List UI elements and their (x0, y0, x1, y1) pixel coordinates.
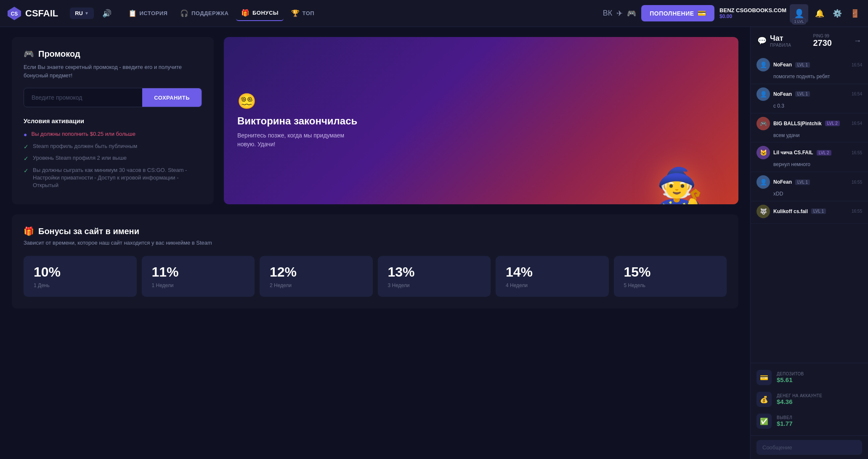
user-info: BENZ CSGOBOOKS.COM $0.00 (719, 7, 786, 19)
deposit-icon: 💳 (698, 9, 706, 17)
nav-bonuses[interactable]: 🎁 БОНУСЫ (236, 5, 284, 21)
stat-row-withdrawal: ✅ ВЫВЕЛ $1.77 (751, 410, 868, 432)
chat-message-6: 🐺 Kulikoff cs.fail LVL 1 16:55 (751, 201, 868, 224)
chat-avatar-6: 🐺 (757, 205, 770, 218)
logout-button[interactable]: 🚪 (849, 7, 861, 20)
chat-message-input[interactable] (757, 440, 862, 455)
quiz-icon: 😵‍💫 (237, 92, 357, 110)
chat-lvl-3: LVL 2 (825, 121, 840, 126)
account-value: $4.36 (777, 398, 822, 405)
chat-time-6: 16:55 (852, 209, 862, 214)
telegram-icon[interactable]: ✈ (616, 9, 623, 18)
chat-online-area: PING 99 2730 (813, 34, 832, 48)
bonus-percent-4: 13% (388, 264, 481, 280)
chat-expand-button[interactable]: → (854, 37, 861, 45)
bonus-cards: 10% 1 День 11% 1 Недели 12% 2 Недели 13%… (24, 256, 727, 297)
chat-username-3: BIG BALLS|Pintchik (773, 121, 822, 127)
bonus-card-2: 11% 1 Недели (142, 256, 255, 297)
chat-msg-header-1: 👤 NoFean LVL 1 16:54 (757, 58, 862, 71)
header-right: ВК ✈ 🎮 ПОПОЛНЕНИЕ 💳 BENZ CSGOBOOKS.COM $… (603, 4, 861, 23)
bonus-period-3: 2 Недели (270, 282, 363, 288)
stat-deposits-info: ДЕПОЗИТОВ $5.61 (777, 372, 804, 383)
bonus-period-2: 1 Недели (152, 282, 245, 288)
stat-withdrawal-info: ВЫВЕЛ $1.77 (777, 415, 793, 427)
top-icon: 🏆 (291, 9, 300, 17)
chat-time-2: 16:54 (852, 92, 862, 96)
chat-message-2: 👤 NoFean LVL 1 16:54 с 0.3 (751, 84, 868, 113)
support-icon: 🎧 (180, 9, 189, 17)
promo-input[interactable] (24, 88, 142, 107)
chat-username-1: NoFean (773, 62, 792, 68)
chat-time-4: 16:55 (852, 150, 862, 155)
user-section: BENZ CSGOBOOKS.COM $0.00 👤 1 LVL (719, 4, 808, 23)
chat-lvl-2: LVL 1 (795, 91, 810, 97)
logo[interactable]: CS CSFAIL (7, 6, 58, 21)
nav-history[interactable]: 📋 ИСТОРИЯ (123, 6, 173, 21)
bonus-period-4: 3 Недели (388, 282, 481, 288)
chat-lvl-5: LVL 1 (795, 179, 810, 185)
condition-check-icon-1: ✓ (24, 143, 29, 151)
stat-row-account: 💰 ДЕНЕГ НА АККАУНТЕ $4.36 (751, 388, 868, 410)
withdrawal-label: ВЫВЕЛ (777, 415, 793, 420)
main-layout: 🎮 Промокод Если Вы знаете секретный пром… (0, 27, 868, 459)
logo-icon: CS (7, 6, 22, 21)
bonus-period-6: 5 Недель (624, 282, 717, 288)
withdrawal-value: $1.77 (777, 420, 793, 427)
level-badge: 1 LVL (792, 18, 806, 24)
bonus-percent-6: 15% (624, 264, 717, 280)
chat-text-1: помогите поднять ребят (757, 73, 862, 80)
condition-item-1: ● Вы должны пополнить $0.25 или больше (24, 130, 202, 139)
chat-message-5: 👤 NoFean LVL 1 16:55 xDD (751, 172, 868, 201)
header: CS CSFAIL RU ▼ 🔊 📋 ИСТОРИЯ 🎧 ПОДДЕРЖКА 🎁… (0, 0, 868, 27)
quiz-content: 😵‍💫 Викторина закончилась Вернитесь позж… (237, 92, 357, 149)
settings-button[interactable]: ⚙️ (831, 7, 844, 20)
vk-icon[interactable]: ВК (603, 9, 613, 18)
ping-label: PING 99 (813, 34, 832, 38)
chat-title-area: 💬 Чат ПРАВИЛА (757, 34, 791, 47)
chat-rules-label[interactable]: ПРАВИЛА (770, 43, 791, 47)
stat-row-deposits: 💳 ДЕПОЗИТОВ $5.61 (751, 367, 868, 388)
chat-sidebar: 💬 Чат ПРАВИЛА PING 99 2730 → 👤 NoFean LV… (750, 27, 868, 459)
condition-item-2: ✓ Steam профиль должен быть публичным (24, 142, 202, 151)
bonus-period-5: 4 Недели (506, 282, 599, 288)
quiz-character-scene: 🧙 (621, 37, 738, 204)
nav-support[interactable]: 🎧 ПОДДЕРЖКА (175, 6, 234, 21)
svg-text:CS: CS (11, 11, 18, 17)
bonuses-icon: 🎁 (241, 9, 250, 17)
chat-text-5: xDD (757, 190, 862, 198)
promo-card: 🎮 Промокод Если Вы знаете секретный пром… (12, 37, 214, 204)
quiz-card: 😵‍💫 Викторина закончилась Вернитесь позж… (224, 37, 738, 204)
chat-text-3: всем удачи (757, 132, 862, 139)
promo-icon: 🎮 (24, 49, 34, 59)
bonuses-icon: 🎁 (24, 226, 34, 236)
nav-top[interactable]: 🏆 ТОП (286, 6, 319, 21)
online-count: 2730 (813, 38, 832, 48)
deposit-button[interactable]: ПОПОЛНЕНИЕ 💳 (641, 5, 714, 21)
bonuses-title: 🎁 Бонусы за сайт в имени (24, 226, 727, 236)
chat-msg-header-3: 🎮 BIG BALLS|Pintchik LVL 2 16:54 (757, 117, 862, 130)
promo-description: Если Вы знаете секретный промокод - введ… (24, 63, 202, 79)
top-row: 🎮 Промокод Если Вы знаете секретный пром… (12, 37, 738, 204)
chat-time-5: 16:55 (852, 180, 862, 185)
discord-icon[interactable]: 🎮 (627, 9, 636, 18)
promo-save-button[interactable]: СОХРАНИТЬ (142, 88, 202, 107)
chat-header: 💬 Чат ПРАВИЛА PING 99 2730 → (751, 27, 868, 51)
chat-lvl-1: LVL 1 (795, 62, 810, 68)
history-icon: 📋 (128, 9, 137, 17)
withdrawal-icon: ✅ (757, 414, 772, 429)
notifications-button[interactable]: 🔔 (813, 7, 826, 20)
bonus-card-5: 14% 4 Недели (496, 256, 609, 297)
chat-avatar-3: 🎮 (757, 117, 770, 130)
conditions-title: Условия активации (24, 117, 202, 124)
deposits-icon: 💳 (757, 370, 772, 385)
deposits-value: $5.61 (777, 376, 804, 383)
promo-title: 🎮 Промокод (24, 49, 202, 59)
bonuses-description: Зависит от времени, которое наш сайт нах… (24, 240, 727, 246)
bonuses-section: 🎁 Бонусы за сайт в имени Зависит от врем… (12, 214, 738, 309)
promo-input-row: СОХРАНИТЬ (24, 88, 202, 107)
bonus-percent-3: 12% (270, 264, 363, 280)
language-selector[interactable]: RU ▼ (70, 8, 94, 19)
condition-check-icon-2: ✓ (24, 155, 29, 163)
sound-toggle[interactable]: 🔊 (99, 7, 115, 20)
account-icon: 💰 (757, 392, 772, 407)
